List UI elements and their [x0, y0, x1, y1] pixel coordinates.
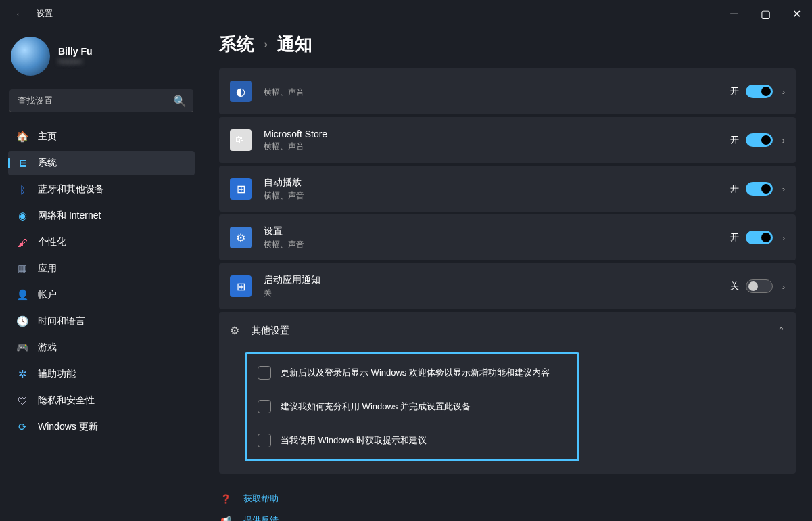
- close-button[interactable]: ✕: [781, 0, 812, 27]
- check-label: 建议我如何充分利用 Windows 并完成设置此设备: [281, 401, 471, 413]
- nav-icon: ᛒ: [16, 183, 28, 196]
- sidebar-item-3[interactable]: ◉网络和 Internet: [8, 204, 195, 228]
- toggle-state: 关: [730, 280, 739, 292]
- app-subtitle: 关: [264, 288, 730, 299]
- sidebar-item-11[interactable]: ⟳Windows 更新: [8, 415, 195, 439]
- help-icon: ❓: [220, 494, 234, 504]
- nav-icon: 👤: [16, 289, 28, 301]
- nav-label: 系统: [38, 157, 57, 169]
- app-title: 自动播放: [264, 177, 730, 189]
- toggle-state: 开: [730, 85, 739, 97]
- app-row[interactable]: ⚙ 设置 横幅、声音 开 ›: [219, 214, 796, 260]
- nav-icon: 🕓: [16, 315, 28, 327]
- sidebar-item-5[interactable]: ▦应用: [8, 256, 195, 281]
- app-row[interactable]: ⊞ 自动播放 横幅、声音 开 ›: [219, 166, 796, 212]
- nav-label: Windows 更新: [38, 421, 98, 433]
- sidebar-item-6[interactable]: 👤帐户: [8, 283, 195, 307]
- app-title: Microsoft Store: [264, 129, 730, 139]
- nav-icon: 🏠: [16, 131, 28, 143]
- minimize-button[interactable]: ─: [719, 0, 750, 27]
- toggle-state: 开: [730, 134, 739, 146]
- user-email: hidden: [58, 57, 93, 66]
- toggle-switch[interactable]: [746, 231, 773, 244]
- nav-icon: 🖥: [16, 157, 28, 169]
- app-icon: ⊞: [230, 275, 252, 297]
- app-icon: ⊞: [230, 178, 252, 200]
- chevron-right-icon[interactable]: ›: [782, 281, 785, 292]
- search-input[interactable]: [9, 89, 193, 112]
- app-icon: ⚙: [230, 227, 252, 248]
- nav-icon: 🛡: [16, 394, 28, 407]
- app-icon: ◐: [230, 81, 252, 102]
- app-icon: 🛍: [230, 129, 252, 151]
- avatar: [11, 37, 50, 76]
- checkbox[interactable]: [258, 400, 271, 413]
- window-title: 设置: [37, 8, 53, 20]
- chevron-right-icon[interactable]: ›: [782, 135, 785, 145]
- checkbox[interactable]: [258, 434, 271, 447]
- app-row[interactable]: ⊞ 启动应用通知 关 关 ›: [219, 263, 796, 309]
- toggle-state: 开: [730, 231, 739, 244]
- nav-icon: ▦: [16, 263, 28, 275]
- nav-label: 游戏: [38, 342, 57, 354]
- app-row[interactable]: 🛍 Microsoft Store 横幅、声音 开 ›: [219, 117, 796, 163]
- chevron-up-icon: ⌃: [778, 325, 785, 336]
- app-row[interactable]: ◐ 横幅、声音 开 ›: [219, 68, 796, 114]
- feedback-icon: 📢: [220, 516, 234, 522]
- feedback-link[interactable]: 📢 提供反馈: [220, 514, 796, 521]
- app-title: 设置: [264, 225, 730, 237]
- nav-icon: ⟳: [16, 421, 28, 433]
- sidebar-item-8[interactable]: 🎮游戏: [8, 336, 195, 360]
- chevron-right-icon[interactable]: ›: [782, 233, 785, 243]
- nav-label: 帐户: [38, 289, 57, 301]
- other-settings-title: 其他设置: [252, 325, 778, 337]
- nav-label: 辅助功能: [38, 368, 76, 380]
- app-subtitle: 横幅、声音: [264, 190, 730, 202]
- user-profile[interactable]: Billy Fu hidden: [8, 32, 195, 87]
- app-subtitle: 横幅、声音: [264, 141, 730, 152]
- search-icon: 🔍: [173, 95, 187, 108]
- sidebar-item-7[interactable]: 🕓时间和语言: [8, 309, 195, 334]
- toggle-switch[interactable]: [746, 279, 773, 293]
- other-settings-header[interactable]: ⚙ 其他设置 ⌃: [219, 312, 796, 349]
- maximize-button[interactable]: ▢: [750, 0, 781, 27]
- sidebar-item-2[interactable]: ᛒ蓝牙和其他设备: [8, 177, 195, 202]
- nav-icon: ✲: [16, 368, 28, 380]
- nav-icon: ◉: [16, 210, 28, 222]
- chevron-right-icon: ›: [264, 37, 268, 51]
- breadcrumb-leaf: 通知: [277, 32, 312, 56]
- chevron-right-icon[interactable]: ›: [782, 87, 785, 97]
- sidebar-item-4[interactable]: 🖌个性化: [8, 230, 195, 254]
- chevron-right-icon[interactable]: ›: [782, 184, 785, 194]
- sidebar-item-9[interactable]: ✲辅助功能: [8, 362, 195, 386]
- app-subtitle: 横幅、声音: [264, 239, 730, 250]
- sidebar-item-0[interactable]: 🏠主页: [8, 124, 195, 149]
- nav-label: 时间和语言: [38, 315, 85, 327]
- toggle-switch[interactable]: [746, 85, 773, 98]
- toggle-switch[interactable]: [746, 133, 773, 147]
- toggle-switch[interactable]: [746, 182, 773, 196]
- get-help-link[interactable]: ❓ 获取帮助: [220, 493, 796, 505]
- nav-label: 应用: [38, 263, 57, 275]
- gear-icon: ⚙: [230, 324, 239, 337]
- nav-icon: 🖌: [16, 236, 28, 248]
- app-title: 启动应用通知: [264, 274, 730, 286]
- nav-label: 个性化: [38, 236, 66, 248]
- nav-label: 隐私和安全性: [38, 394, 95, 407]
- nav-icon: 🎮: [16, 342, 28, 354]
- app-subtitle: 横幅、声音: [264, 87, 730, 98]
- breadcrumb-root[interactable]: 系统: [219, 32, 254, 56]
- sidebar-item-1[interactable]: 🖥系统: [8, 151, 195, 175]
- back-button[interactable]: ←: [9, 3, 30, 24]
- checkbox[interactable]: [258, 366, 271, 380]
- nav-label: 网络和 Internet: [38, 210, 101, 222]
- user-name: Billy Fu: [58, 46, 93, 57]
- check-label: 更新后以及登录后显示 Windows 欢迎体验以显示新增功能和建议内容: [281, 367, 550, 379]
- check-label: 当我使用 Windows 时获取提示和建议: [281, 434, 427, 447]
- nav-label: 主页: [38, 131, 57, 143]
- nav-label: 蓝牙和其他设备: [38, 183, 104, 196]
- sidebar-item-10[interactable]: 🛡隐私和安全性: [8, 388, 195, 413]
- toggle-state: 开: [730, 183, 739, 195]
